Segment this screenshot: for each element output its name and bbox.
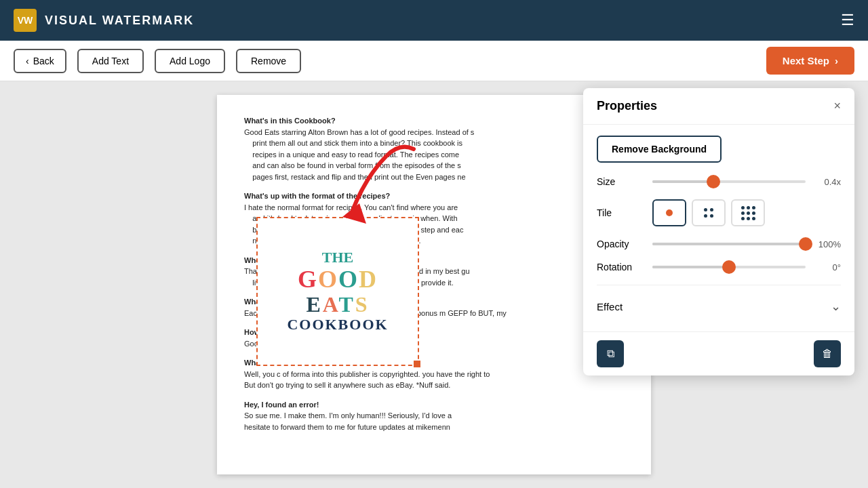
doc-heading-7: Hey, I found an error! — [244, 399, 624, 411]
doc-body-1: Good Eats starring Alton Brown has a lot… — [244, 127, 624, 183]
effect-row[interactable]: Effect ⌄ — [597, 292, 841, 321]
back-label: Back — [33, 56, 54, 66]
doc-section-1: What's in this Cookbook? Good Eats starr… — [244, 115, 624, 182]
tile-label: Tile — [597, 207, 644, 218]
doc-body-6: Well, you c of forma into this publisher… — [244, 369, 624, 391]
app-title: VISUAL WATERMARK — [45, 14, 194, 28]
header-left: VW VISUAL WATERMARK — [14, 9, 194, 32]
doc-heading-1: What's in this Cookbook? — [244, 115, 624, 127]
watermark-the: THE — [287, 249, 388, 266]
size-slider[interactable] — [652, 180, 806, 183]
doc-section-7: Hey, I found an error! So sue me. I make… — [244, 399, 624, 433]
resize-handle[interactable] — [414, 361, 420, 367]
opacity-value: 100% — [814, 239, 841, 249]
opacity-slider[interactable] — [652, 243, 806, 245]
tile-nine-dot — [741, 206, 755, 220]
rotation-row: Rotation 0° — [597, 262, 841, 272]
panel-body: Remove Background Size 0.4x Tile — [583, 125, 854, 331]
watermark-good: GOOD — [287, 266, 388, 293]
tile-four-dot — [704, 208, 713, 218]
next-step-button[interactable]: Next Step › — [766, 47, 854, 75]
delete-icon: 🗑 — [822, 348, 833, 360]
panel-header: Properties × — [583, 88, 854, 125]
panel-footer: ⧉ 🗑 — [583, 331, 854, 375]
size-row: Size 0.4x — [597, 176, 841, 187]
watermark-content: THE GOOD EATS COOKBOOK — [287, 249, 388, 333]
close-icon[interactable]: × — [833, 99, 841, 113]
next-step-icon: › — [835, 55, 838, 66]
hamburger-icon[interactable]: ☰ — [841, 12, 854, 29]
logo-text: VW — [18, 15, 33, 26]
size-value: 0.4x — [814, 177, 841, 187]
add-logo-button[interactable]: Add Logo — [155, 49, 225, 73]
watermark-eats: EATS — [287, 293, 388, 317]
doc-body-7: So sue me. I make them. I'm only human!!… — [244, 410, 624, 432]
app-header: VW VISUAL WATERMARK ☰ — [0, 0, 868, 41]
opacity-label: Opacity — [597, 239, 644, 249]
main-content: What's in this Cookbook? Good Eats starr… — [0, 81, 868, 488]
watermark-cookbook: COOKBOOK — [287, 317, 388, 333]
size-label: Size — [597, 176, 644, 187]
next-step-label: Next Step — [783, 55, 829, 66]
chevron-down-icon: ⌄ — [831, 299, 841, 314]
copy-button[interactable]: ⧉ — [597, 340, 624, 367]
tile-single-button[interactable] — [652, 199, 686, 226]
rotation-value: 0° — [814, 262, 841, 272]
tile-nine-button[interactable] — [731, 199, 765, 226]
effect-label: Effect — [597, 301, 623, 312]
app-logo-icon: VW — [14, 9, 37, 32]
back-button[interactable]: ‹ Back — [14, 49, 66, 73]
copy-icon: ⧉ — [607, 348, 614, 360]
delete-button[interactable]: 🗑 — [814, 340, 841, 367]
back-chevron-icon: ‹ — [26, 56, 29, 66]
tile-row: Tile — [597, 199, 841, 226]
tile-four-button[interactable] — [692, 199, 726, 226]
properties-panel: Properties × Remove Background Size 0.4x… — [583, 88, 854, 375]
doc-heading-2: What's up with the format of the recipes… — [244, 190, 624, 202]
rotation-slider[interactable] — [652, 266, 806, 268]
panel-title: Properties — [597, 99, 657, 113]
add-text-button[interactable]: Add Text — [77, 49, 144, 73]
tile-single-dot — [666, 209, 673, 216]
watermark-element[interactable]: THE GOOD EATS COOKBOOK — [256, 217, 419, 366]
toolbar: ‹ Back Add Text Add Logo Remove Next Ste… — [0, 41, 868, 81]
rotation-label: Rotation — [597, 262, 644, 272]
opacity-row: Opacity 100% — [597, 239, 841, 249]
remove-button[interactable]: Remove — [236, 49, 301, 73]
tile-options — [652, 199, 841, 226]
remove-background-button[interactable]: Remove Background — [597, 136, 722, 163]
